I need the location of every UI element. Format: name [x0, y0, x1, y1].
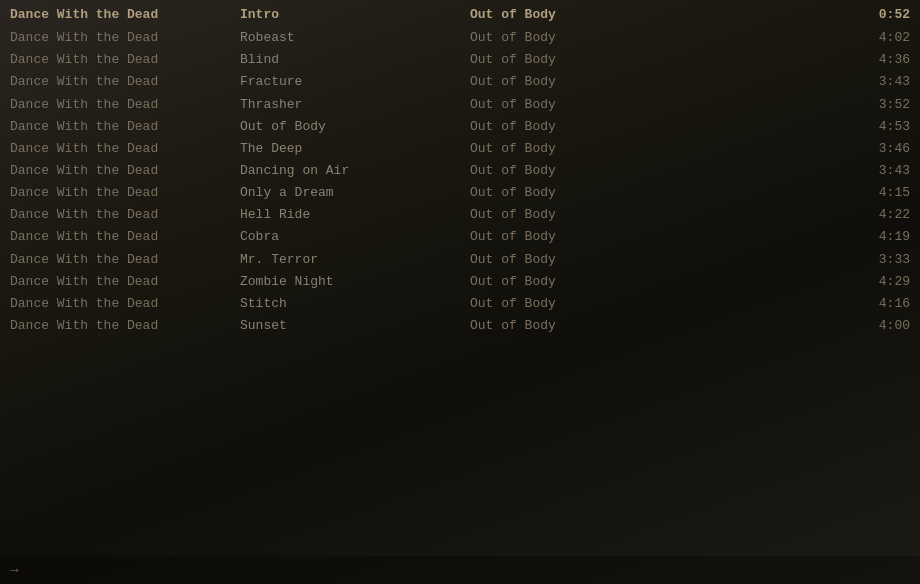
track-title: Hell Ride [240, 205, 470, 225]
track-title: Zombie Night [240, 272, 470, 292]
track-duration: 4:19 [690, 227, 910, 247]
track-title: Mr. Terror [240, 250, 470, 270]
track-album: Out of Body [470, 50, 690, 70]
track-artist: Dance With the Dead [10, 50, 240, 70]
table-row[interactable]: Dance With the DeadStitchOut of Body4:16 [0, 293, 920, 315]
track-duration: 4:36 [690, 50, 910, 70]
header-duration: 0:52 [690, 5, 910, 25]
table-row[interactable]: Dance With the DeadSunsetOut of Body4:00 [0, 315, 920, 337]
track-album: Out of Body [470, 139, 690, 159]
track-album: Out of Body [470, 183, 690, 203]
track-title: Sunset [240, 316, 470, 336]
track-duration: 3:43 [690, 161, 910, 181]
header-album: Out of Body [470, 5, 690, 25]
track-artist: Dance With the Dead [10, 117, 240, 137]
track-duration: 4:00 [690, 316, 910, 336]
table-row[interactable]: Dance With the DeadDancing on AirOut of … [0, 160, 920, 182]
track-album: Out of Body [470, 95, 690, 115]
header-title: Intro [240, 5, 470, 25]
table-row[interactable]: Dance With the DeadFractureOut of Body3:… [0, 71, 920, 93]
track-album: Out of Body [470, 294, 690, 314]
track-album: Out of Body [470, 28, 690, 48]
track-artist: Dance With the Dead [10, 316, 240, 336]
track-album: Out of Body [470, 316, 690, 336]
track-title: Stitch [240, 294, 470, 314]
track-duration: 3:52 [690, 95, 910, 115]
track-artist: Dance With the Dead [10, 72, 240, 92]
track-album: Out of Body [470, 72, 690, 92]
table-row[interactable]: Dance With the DeadOnly a DreamOut of Bo… [0, 182, 920, 204]
track-artist: Dance With the Dead [10, 294, 240, 314]
bottom-bar: → [0, 556, 920, 584]
track-title: Blind [240, 50, 470, 70]
track-artist: Dance With the Dead [10, 139, 240, 159]
track-artist: Dance With the Dead [10, 227, 240, 247]
track-duration: 3:43 [690, 72, 910, 92]
table-row[interactable]: Dance With the DeadHell RideOut of Body4… [0, 204, 920, 226]
header-artist: Dance With the Dead [10, 5, 240, 25]
track-title: Robeast [240, 28, 470, 48]
table-row[interactable]: Dance With the DeadRobeastOut of Body4:0… [0, 27, 920, 49]
track-artist: Dance With the Dead [10, 205, 240, 225]
table-row[interactable]: Dance With the DeadZombie NightOut of Bo… [0, 271, 920, 293]
track-album: Out of Body [470, 272, 690, 292]
table-row[interactable]: Dance With the DeadCobraOut of Body4:19 [0, 226, 920, 248]
track-album: Out of Body [470, 227, 690, 247]
track-duration: 4:02 [690, 28, 910, 48]
table-row[interactable]: Dance With the DeadOut of BodyOut of Bod… [0, 116, 920, 138]
track-artist: Dance With the Dead [10, 95, 240, 115]
track-list: Dance With the Dead Intro Out of Body 0:… [0, 0, 920, 341]
track-title: Cobra [240, 227, 470, 247]
table-row[interactable]: Dance With the DeadMr. TerrorOut of Body… [0, 249, 920, 271]
table-row[interactable]: Dance With the DeadThrasherOut of Body3:… [0, 94, 920, 116]
track-album: Out of Body [470, 161, 690, 181]
track-album: Out of Body [470, 205, 690, 225]
table-row[interactable]: Dance With the DeadBlindOut of Body4:36 [0, 49, 920, 71]
track-title: Thrasher [240, 95, 470, 115]
track-album: Out of Body [470, 117, 690, 137]
track-artist: Dance With the Dead [10, 28, 240, 48]
table-row[interactable]: Dance With the DeadThe DeepOut of Body3:… [0, 138, 920, 160]
track-album: Out of Body [470, 250, 690, 270]
track-title: Dancing on Air [240, 161, 470, 181]
track-title: Only a Dream [240, 183, 470, 203]
track-duration: 4:53 [690, 117, 910, 137]
track-title: The Deep [240, 139, 470, 159]
track-title: Fracture [240, 72, 470, 92]
track-duration: 4:29 [690, 272, 910, 292]
track-artist: Dance With the Dead [10, 161, 240, 181]
track-artist: Dance With the Dead [10, 250, 240, 270]
track-list-header: Dance With the Dead Intro Out of Body 0:… [0, 4, 920, 27]
track-duration: 4:15 [690, 183, 910, 203]
track-duration: 4:16 [690, 294, 910, 314]
track-artist: Dance With the Dead [10, 272, 240, 292]
track-duration: 3:46 [690, 139, 910, 159]
arrow-icon: → [10, 562, 18, 578]
track-duration: 4:22 [690, 205, 910, 225]
track-duration: 3:33 [690, 250, 910, 270]
track-artist: Dance With the Dead [10, 183, 240, 203]
track-title: Out of Body [240, 117, 470, 137]
